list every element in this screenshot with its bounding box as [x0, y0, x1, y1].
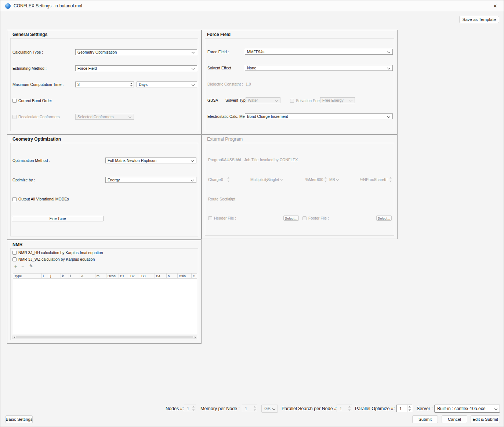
correct-bond-order-checkbox[interactable]: Correct Bond Order — [12, 98, 52, 103]
geometry-optimization-title: Geometry Optimization — [12, 137, 61, 142]
route-section-value: Opt — [229, 196, 235, 202]
chevron-down-icon — [191, 178, 194, 181]
mem-unit-value: MB — [329, 177, 335, 182]
nmr-section: NMR NMR 3J_HH calculation by Karplus-Ima… — [7, 240, 202, 344]
cancel-button[interactable]: Cancel — [442, 415, 467, 423]
column-header: Dcos — [106, 274, 119, 278]
recalculate-conformers-checkbox: Recalculate Conformers — [12, 114, 60, 119]
solvent-effect-select[interactable]: None — [245, 65, 393, 71]
basic-settings-button[interactable]: Basic Settings — [6, 415, 33, 423]
recalculate-conformers-label: Recalculate Conformers — [18, 114, 60, 119]
optimization-method-label: Optimization Method : — [12, 158, 50, 163]
nmr-table-header: Type i j k l A m Dcos B1 B2 B3 B4 n Dsin… — [13, 274, 197, 279]
external-program-panel — [205, 143, 394, 236]
column-header: C — [192, 274, 197, 278]
save-as-template-button[interactable]: Save as Template — [459, 16, 499, 23]
conflex-settings-window: CONFLEX Settings - n-butanol.mol ✕ Save … — [0, 0, 504, 427]
mem-value: 800 — [317, 177, 323, 182]
chevron-down-icon — [387, 115, 390, 118]
nmr-3jwz-checkbox[interactable]: NMR 3J_WZ calculation by Karplus equatio… — [12, 257, 95, 262]
parallel-search-input: 1 — [337, 405, 352, 412]
memory-unit-value: GB — [264, 406, 271, 411]
nmr-title: NMR — [12, 242, 22, 247]
column-header: k — [61, 274, 69, 278]
recalculate-conformers-value: Selected Conformers — [77, 115, 114, 119]
nmr-3jwz-label: NMR 3J_WZ calculation by Karplus equatio… — [18, 257, 95, 262]
output-vibrational-modes-checkbox[interactable]: Output All Vibrational MODEs — [12, 196, 69, 202]
chevron-down-icon — [192, 51, 195, 54]
add-row-icon[interactable]: + — [14, 264, 17, 269]
checkbox-icon — [12, 251, 17, 255]
chevron-down-icon — [494, 407, 497, 410]
max-computation-time-input[interactable]: 3 — [75, 82, 134, 87]
column-header: l — [69, 274, 80, 278]
spinner-buttons-icon — [347, 405, 352, 412]
chevron-down-icon — [192, 83, 195, 86]
optimization-method-select[interactable]: Full-Matrix Newton-Raphson — [105, 158, 196, 163]
chevron-down-icon — [191, 159, 194, 162]
force-field-select[interactable]: MMFF94s — [245, 49, 393, 55]
footer-file-checkbox: Footer File : — [302, 216, 329, 221]
horizontal-scrollbar[interactable] — [12, 336, 197, 339]
fine-tune-button[interactable]: Fine Tune — [12, 216, 104, 221]
nodes-input: 1 — [184, 405, 196, 412]
calculation-type-select[interactable]: Geometry Optimization — [75, 49, 197, 55]
nmr-3jhh-checkbox[interactable]: NMR 3J_HH calculation by Karplus-Imai eq… — [12, 250, 103, 255]
nprocshared-value: 1 — [384, 177, 386, 182]
spinner-buttons-icon[interactable] — [129, 82, 134, 87]
chevron-down-icon — [275, 99, 278, 102]
scroll-left-icon[interactable] — [12, 336, 16, 339]
force-field-section: Force Field Force Field : MMFF94s Solven… — [202, 30, 398, 134]
parallel-optimize-input[interactable]: 1 — [396, 405, 412, 412]
chevron-down-icon — [192, 67, 195, 70]
calculation-type-label: Calculation Type : — [12, 50, 43, 55]
edit-row-icon[interactable]: ✎ — [29, 264, 33, 269]
geometry-optimization-panel — [10, 143, 198, 236]
general-settings-section: General Settings Calculation Type : Geom… — [7, 30, 202, 134]
checkbox-icon — [208, 216, 212, 220]
gbsa-label: GBSA — [207, 98, 218, 103]
edit-and-submit-button[interactable]: Edit & Submit — [471, 415, 500, 423]
spinner-buttons-icon — [226, 177, 230, 182]
force-field-title: Force Field — [207, 32, 231, 37]
nmr-parameter-table: Type i j k l A m Dcos B1 B2 B3 B4 n Dsin… — [13, 273, 197, 334]
solvation-energy-select: Free Energy — [320, 97, 355, 103]
memory-per-node-label: Memory per Node : — [200, 406, 240, 412]
checkbox-icon — [12, 257, 17, 261]
checkbox-icon — [12, 115, 17, 119]
estimating-method-select[interactable]: Force Field — [75, 65, 197, 71]
dielectric-constant-value: 1.0 — [246, 82, 251, 87]
server-select[interactable]: Built-in : conflex-10a.exe — [434, 405, 500, 413]
optimize-by-select[interactable]: Energy — [105, 177, 196, 183]
job-title-value: Invoked by CONFLEX — [260, 157, 298, 162]
max-computation-time-value: 3 — [77, 82, 80, 87]
force-field-label: Force Field : — [207, 49, 229, 54]
server-value: Built-in : conflex-10a.exe — [437, 406, 485, 411]
correct-bond-order-label: Correct Bond Order — [18, 98, 52, 103]
window-title: CONFLEX Settings - n-butanol.mol — [14, 3, 82, 8]
checkbox-icon — [302, 216, 307, 220]
scrollbar-thumb[interactable] — [16, 336, 193, 338]
remove-row-icon[interactable]: − — [21, 264, 24, 269]
general-settings-title: General Settings — [12, 32, 47, 37]
submit-button[interactable]: Submit — [412, 415, 438, 423]
spinner-buttons-icon[interactable] — [407, 405, 412, 412]
electrostatic-method-select[interactable]: Bond Charge Increment — [245, 113, 393, 119]
close-icon[interactable]: ✕ — [487, 0, 504, 11]
column-header: B4 — [155, 274, 167, 278]
memory-per-node-input: 1 — [242, 405, 257, 412]
footer-file-label: Footer File : — [308, 216, 329, 221]
column-header: j — [49, 274, 61, 278]
external-program-title: External Program — [207, 137, 243, 142]
max-computation-time-unit-select[interactable]: Days — [137, 82, 197, 87]
footer-file-select-button: Select... — [376, 216, 392, 221]
scroll-right-icon[interactable] — [193, 336, 197, 339]
spinner-buttons-icon — [323, 177, 327, 182]
geometry-optimization-section: Geometry Optimization Optimization Metho… — [7, 134, 202, 240]
column-header: n — [167, 274, 178, 278]
parallel-optimize-value: 1 — [399, 406, 402, 411]
column-header: B1 — [119, 274, 129, 278]
solvent-type-value: Water — [248, 98, 258, 102]
solvation-energy-value: Free Energy — [322, 98, 344, 102]
optimize-by-value: Energy — [108, 178, 120, 182]
